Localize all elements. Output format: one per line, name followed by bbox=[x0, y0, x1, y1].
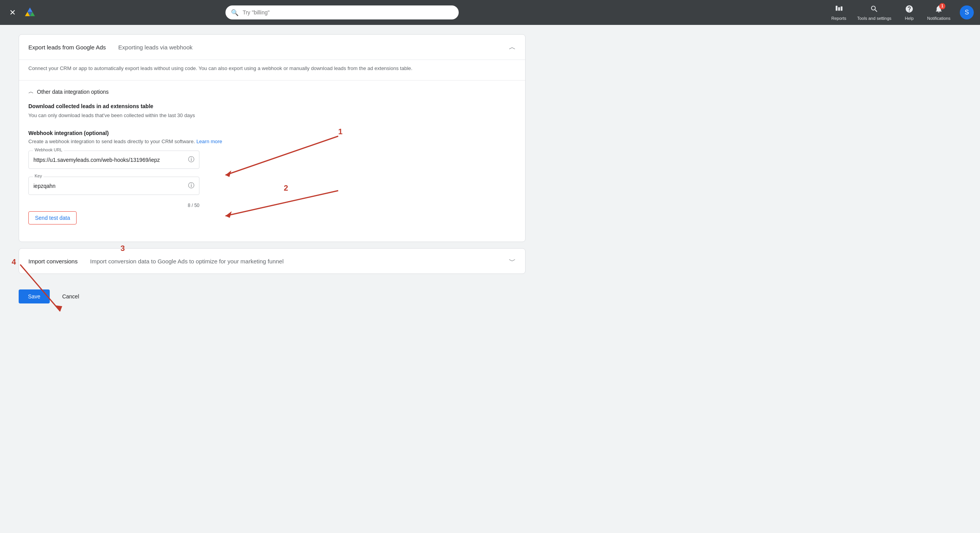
svg-rect-5 bbox=[835, 5, 837, 11]
nav-actions: Reports Tools and settings Help 1 Notifi… bbox=[826, 2, 974, 24]
webhook-title: Webhook integration (optional) bbox=[28, 130, 516, 136]
key-counter: 8 / 50 bbox=[28, 203, 199, 208]
webhook-url-help-icon[interactable]: ⓘ bbox=[188, 156, 194, 164]
collapsible-chevron-icon: ︿ bbox=[28, 88, 34, 95]
tools-icon bbox=[870, 5, 879, 15]
webhook-section: Webhook integration (optional) Create a … bbox=[28, 130, 516, 224]
learn-more-link[interactable]: Learn more bbox=[196, 139, 222, 144]
notifications-label: Notifications bbox=[927, 16, 950, 21]
notifications-icon: 1 bbox=[935, 5, 943, 15]
import-title: Import conversions bbox=[28, 258, 78, 265]
export-section-header: Export leads from Google Ads Exporting l… bbox=[19, 35, 525, 60]
import-header: Import conversions Import conversion dat… bbox=[19, 249, 525, 274]
export-description: Connect your CRM or app to automatically… bbox=[19, 60, 525, 81]
svg-rect-7 bbox=[840, 6, 842, 11]
svg-rect-6 bbox=[838, 7, 840, 11]
import-conversions-card: Import conversions Import conversion dat… bbox=[19, 248, 526, 274]
webhook-url-input-wrap: ⓘ bbox=[28, 151, 199, 169]
user-avatar[interactable]: S bbox=[960, 5, 974, 19]
webhook-url-label: Webhook URL bbox=[33, 147, 64, 152]
other-integration-title: Other data integration options bbox=[37, 89, 108, 95]
notifications-nav-item[interactable]: 1 Notifications bbox=[922, 2, 955, 24]
download-section: Download collected leads in ad extension… bbox=[28, 103, 516, 119]
integration-section: ︿ Other data integration options Downloa… bbox=[19, 81, 525, 242]
key-label: Key bbox=[33, 174, 44, 178]
export-leads-card: Export leads from Google Ads Exporting l… bbox=[19, 34, 526, 242]
reports-nav-item[interactable]: Reports bbox=[826, 2, 851, 24]
export-chevron-icon[interactable]: ︿ bbox=[509, 42, 516, 52]
import-description: Import conversion data to Google Ads to … bbox=[90, 258, 284, 265]
top-navigation: ✕ 🔍 Reports Tools and settings bbox=[0, 0, 980, 25]
export-subtitle: Exporting leads via webhook bbox=[118, 44, 192, 51]
main-content: Export leads from Google Ads Exporting l… bbox=[0, 25, 544, 319]
tools-nav-item[interactable]: Tools and settings bbox=[852, 2, 896, 24]
webhook-url-field: Webhook URL ⓘ bbox=[28, 151, 199, 169]
save-button[interactable]: Save bbox=[19, 289, 50, 303]
search-icon: 🔍 bbox=[231, 9, 239, 16]
other-integration-header[interactable]: ︿ Other data integration options bbox=[28, 88, 516, 95]
webhook-description: Create a webhook integration to send lea… bbox=[28, 139, 516, 144]
search-input[interactable] bbox=[225, 5, 459, 19]
download-title: Download collected leads in ad extension… bbox=[28, 103, 516, 109]
help-icon bbox=[905, 5, 914, 15]
svg-marker-1 bbox=[28, 7, 33, 12]
key-input-wrap: ⓘ bbox=[28, 177, 199, 195]
cancel-button[interactable]: Cancel bbox=[56, 289, 86, 303]
tools-label: Tools and settings bbox=[857, 16, 891, 21]
bottom-actions: Save Cancel bbox=[19, 283, 526, 310]
reports-icon bbox=[835, 5, 843, 15]
search-bar[interactable]: 🔍 bbox=[225, 5, 459, 19]
key-input[interactable] bbox=[33, 183, 188, 189]
key-field: Key ⓘ bbox=[28, 177, 199, 195]
help-nav-item[interactable]: Help bbox=[898, 2, 921, 24]
key-help-icon[interactable]: ⓘ bbox=[188, 182, 194, 190]
notification-badge: 1 bbox=[939, 3, 945, 9]
import-chevron-icon[interactable]: ﹀ bbox=[509, 256, 516, 266]
export-title: Export leads from Google Ads bbox=[28, 44, 106, 51]
reports-label: Reports bbox=[831, 16, 846, 21]
help-label: Help bbox=[905, 16, 914, 21]
logo bbox=[24, 6, 36, 19]
section-header-left: Export leads from Google Ads Exporting l… bbox=[28, 44, 192, 51]
webhook-desc-text: Create a webhook integration to send lea… bbox=[28, 139, 195, 144]
close-button[interactable]: ✕ bbox=[6, 5, 19, 20]
download-description: You can only download leads that've been… bbox=[28, 112, 516, 119]
send-test-button[interactable]: Send test data bbox=[28, 211, 77, 224]
import-left: Import conversions Import conversion dat… bbox=[28, 258, 283, 265]
webhook-url-input[interactable] bbox=[33, 157, 188, 163]
